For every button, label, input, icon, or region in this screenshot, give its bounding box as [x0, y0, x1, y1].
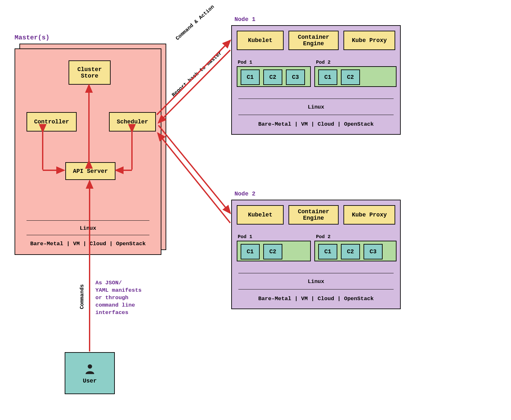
- node1-pod1-label: Pod 1: [238, 60, 252, 65]
- node1-kubelet: Kubelet: [237, 31, 284, 50]
- svg-point-0: [88, 364, 92, 369]
- node2-pod2-c2: C2: [341, 244, 360, 259]
- svg-line-9: [158, 50, 230, 123]
- svg-line-10: [158, 125, 230, 213]
- node1-engine: Container Engine: [288, 31, 339, 50]
- node1-pod1: C1 C2 C3: [237, 66, 311, 87]
- node2-kubelet: Kubelet: [237, 205, 284, 225]
- node2-pod1: C1 C2: [237, 241, 311, 261]
- master-title: Master(s): [15, 34, 49, 41]
- node1-pod1-c1: C1: [241, 69, 260, 85]
- svg-line-11: [158, 133, 230, 223]
- master-divider-1: [27, 220, 149, 221]
- node1-divider-1: [238, 99, 394, 99]
- node1-infra: Bare-Metal | VM | Cloud | OpenStack: [232, 121, 400, 127]
- node2-pod1-label: Pod 1: [238, 234, 252, 240]
- user-box: User: [65, 352, 115, 394]
- node2-proxy: Kube Proxy: [343, 205, 395, 225]
- node2-divider-2: [238, 289, 394, 289]
- report-back-label: Report back to master: [171, 50, 223, 98]
- scheduler-box: Scheduler: [109, 112, 156, 131]
- node1-pod2-c2: C2: [341, 69, 360, 85]
- node2-os: Linux: [232, 278, 400, 285]
- node2-pod2: C1 C2 C3: [314, 241, 397, 261]
- node1-os: Linux: [232, 104, 400, 110]
- node1-box: Kubelet Container Engine Kube Proxy Pod …: [231, 25, 401, 135]
- node1-pod2-label: Pod 2: [316, 60, 331, 65]
- node2-divider-1: [238, 273, 394, 273]
- master-infra: Bare-Metal | VM | Cloud | OpenStack: [15, 241, 161, 247]
- node1-divider-2: [238, 115, 394, 115]
- node2-pod1-c2: C2: [263, 244, 282, 259]
- master-divider-2: [27, 235, 149, 235]
- command-action-label: Command & Action: [175, 4, 215, 41]
- node2-title: Node 2: [234, 191, 256, 197]
- node2-pod2-c1: C1: [318, 244, 337, 259]
- user-icon: [83, 362, 96, 375]
- commands-label: Commands: [79, 284, 85, 309]
- master-box: Cluster Store Controller Scheduler API S…: [15, 48, 161, 255]
- node1-title: Node 1: [234, 16, 256, 23]
- node1-pod2: C1 C2: [314, 66, 397, 87]
- node1-pod1-c2: C2: [263, 69, 282, 85]
- node1-pod2-c1: C1: [318, 69, 337, 85]
- node1-proxy: Kube Proxy: [343, 31, 395, 50]
- controller-box: Controller: [27, 112, 77, 131]
- cluster-store-box: Cluster Store: [69, 60, 111, 85]
- node2-pod2-c3: C3: [364, 244, 383, 259]
- user-label: User: [83, 378, 97, 384]
- node2-pod1-c1: C1: [241, 244, 260, 259]
- node2-infra: Bare-Metal | VM | Cloud | OpenStack: [232, 296, 400, 302]
- commands-note: As JSON/ YAML manifests or through comma…: [95, 279, 160, 317]
- node1-pod1-c3: C3: [286, 69, 305, 85]
- master-os: Linux: [15, 225, 161, 231]
- node2-pod2-label: Pod 2: [316, 234, 331, 240]
- api-server-box: API Server: [65, 162, 115, 180]
- node2-engine: Container Engine: [288, 205, 339, 225]
- node2-box: Kubelet Container Engine Kube Proxy Pod …: [231, 200, 401, 309]
